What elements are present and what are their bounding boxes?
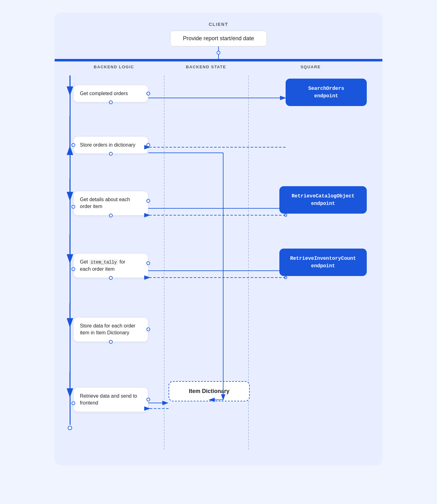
square-box-retrieve-catalog-line2: endpoint (287, 200, 359, 207)
svg-point-11 (284, 214, 287, 216)
square-box-search-orders-line1: SearchOrders (293, 85, 359, 92)
process-box-retrieve-send: Retrieve data and send to frontend (73, 387, 148, 412)
diagram-container: CLIENT Provide report start/end date BAC… (55, 12, 382, 465)
conn-circle-6l (71, 401, 75, 405)
left-vertical-line (70, 75, 71, 425)
process-box-store-data: Store data for each order item in Item D… (73, 317, 148, 342)
client-section: CLIENT Provide report start/end date (64, 22, 373, 59)
conn-circle-2l (71, 143, 75, 147)
conn-circle-3b (109, 214, 113, 217)
lane-header-square: SQUARE (248, 65, 373, 69)
conn-circle-2b (109, 152, 113, 156)
lane-header-backend-logic: BACKEND LOGIC (64, 65, 164, 69)
lane-header-backend-state: BACKEND STATE (164, 65, 248, 69)
square-box-search-orders: SearchOrders endpoint (286, 79, 367, 106)
conn-circle-4l (71, 267, 75, 271)
svg-point-15 (284, 276, 287, 279)
square-box-retrieve-inventory-line2: endpoint (287, 262, 359, 270)
conn-circle-1 (146, 92, 150, 95)
conn-circle-5r (146, 327, 150, 331)
svg-point-22 (68, 426, 72, 430)
square-box-retrieve-catalog-line1: RetrieveCatalogObject (287, 192, 359, 200)
client-label: CLIENT (64, 22, 373, 27)
conn-circle-3l (71, 205, 75, 209)
lane-divider-1 (164, 75, 164, 450)
blue-bar (55, 59, 382, 61)
conn-circle-3r (146, 199, 150, 203)
square-box-retrieve-inventory: RetrieveInventoryCount endpoint (279, 249, 367, 276)
client-box: Provide report start/end date (170, 31, 267, 46)
square-box-search-orders-line2: endpoint (293, 92, 359, 100)
process-box-get-completed-orders: Get completed orders (73, 85, 148, 102)
client-circle-dot (217, 51, 220, 55)
lane-headers: BACKEND LOGIC BACKEND STATE SQUARE (64, 61, 373, 75)
conn-circle-5b (109, 340, 113, 344)
conn-circle-2r (146, 143, 150, 147)
client-connector (64, 46, 373, 59)
square-box-retrieve-catalog: RetrieveCatalogObject endpoint (279, 186, 367, 214)
square-box-retrieve-inventory-line1: RetrieveInventoryCount (287, 255, 359, 262)
conn-circle-1b (109, 100, 113, 104)
process-box-get-item-tally: Get item_tally foreach order item (73, 253, 148, 278)
conn-circle-6r (146, 398, 150, 401)
process-box-store-orders: Store orders in dictionary (73, 136, 148, 154)
conn-circle-4b (109, 276, 113, 280)
diagram-body: Get completed orders SearchOrders endpoi… (64, 75, 373, 450)
item-dictionary-box: Item Dictionary (169, 381, 250, 401)
process-box-get-details: Get details about each order item (73, 191, 148, 216)
conn-circle-4r (146, 261, 150, 265)
